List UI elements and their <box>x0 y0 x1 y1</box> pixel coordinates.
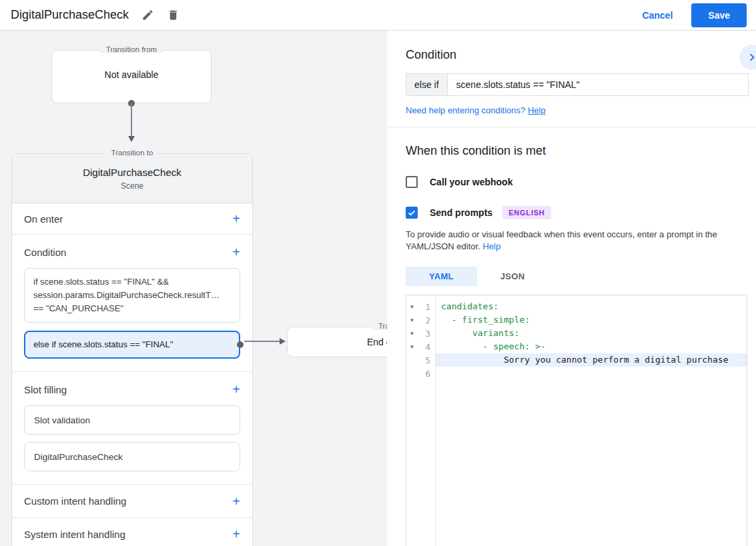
code-line[interactable]: candidates: <box>436 300 747 313</box>
panel-title: Condition <box>406 48 756 62</box>
condition-if-box[interactable]: if scene.slots.status == "FINAL" && sess… <box>24 268 240 323</box>
system-intent-label: System intent handling <box>24 529 125 540</box>
condition-detail-panel: Condition else if Need help entering con… <box>387 31 756 546</box>
fold-arrow-icon[interactable]: ▾ <box>406 317 418 323</box>
slot-filling-section: Slot filling + Slot validation DigitalPu… <box>12 372 252 485</box>
delete-scene-button[interactable] <box>166 9 179 22</box>
edit-title-button[interactable] <box>141 9 154 22</box>
checkmark-icon <box>407 208 416 217</box>
gutter-row: ▾ 1 <box>406 300 435 313</box>
condition-section: Condition + if scene.slots.status == "FI… <box>12 235 252 372</box>
cancel-button[interactable]: Cancel <box>642 10 673 21</box>
line-number: 5 <box>418 355 435 365</box>
condition-else-if-box[interactable]: else if scene.slots.status == "FINAL" <box>24 331 240 359</box>
yaml-code-editor[interactable]: ▾ 1 ▾ 2 ▾ 3 ▾ 4 5 6 <box>406 295 747 546</box>
scene-card: Transition to DigitalPurchaseCheck Scene… <box>11 153 253 546</box>
transition-from-legend: Transition from <box>100 45 163 53</box>
system-intent-row: System intent handling + <box>12 518 252 546</box>
connector-line-horizontal <box>244 341 280 342</box>
prompt-description: To provide audio or visual feedback when… <box>406 229 747 253</box>
end-node-legend: Transition to <box>372 322 387 330</box>
tab-yaml[interactable]: YAML <box>406 267 477 286</box>
code-line[interactable] <box>436 367 747 380</box>
send-prompts-checkbox[interactable] <box>406 207 418 219</box>
slot-scene-box[interactable]: DigitalPurchaseCheck <box>24 442 240 471</box>
save-button[interactable]: Save <box>691 3 747 27</box>
transition-to-legend: Transition to <box>105 149 159 157</box>
custom-intent-label: Custom intent handling <box>24 495 126 507</box>
when-condition-met-heading: When this condition is met <box>406 144 756 158</box>
condition-help-link[interactable]: Help <box>528 105 546 115</box>
slot-filling-section-head: Slot filling + <box>24 381 240 398</box>
pencil-icon <box>141 9 154 21</box>
scene-diagram-canvas: Transition from Not available Transition… <box>0 31 387 546</box>
code-line[interactable]: - speech: >- <box>436 340 747 353</box>
end-node-value: End conversation <box>367 337 387 347</box>
code-line[interactable]: - first_simple: <box>436 313 747 327</box>
prompt-help-link[interactable]: Help <box>482 241 500 251</box>
transition-from-node[interactable]: Transition from Not available <box>51 50 212 103</box>
condition-prefix-label: else if <box>406 73 448 96</box>
on-enter-row: On enter + <box>12 203 252 235</box>
transition-from-value: Not available <box>105 69 159 80</box>
chevron-right-icon <box>745 50 756 65</box>
add-on-enter-button[interactable]: + <box>232 212 240 225</box>
panel-divider <box>387 127 756 127</box>
arrowhead-right-icon <box>280 338 286 345</box>
condition-label: Condition <box>24 247 66 258</box>
collapse-panel-button[interactable] <box>739 45 756 70</box>
line-number: 4 <box>418 342 435 352</box>
condition-section-head: Condition + <box>24 243 240 261</box>
send-prompts-check-row: Send prompts ENGLISH <box>406 206 756 219</box>
slot-validation-box[interactable]: Slot validation <box>24 405 240 435</box>
call-webhook-checkbox[interactable] <box>406 176 418 188</box>
connector-dot <box>237 341 244 348</box>
gutter-row: ▾ 2 <box>406 313 435 327</box>
condition-else-if-text: else if scene.slots.status == "FINAL" <box>33 339 173 349</box>
on-enter-label: On enter <box>24 213 63 225</box>
fold-arrow-icon[interactable]: ▾ <box>406 303 418 310</box>
call-webhook-label: Call your webhook <box>430 177 512 187</box>
condition-help-text: Need help entering conditions? <box>406 105 525 115</box>
send-prompts-label: Send prompts <box>430 207 492 218</box>
add-condition-button[interactable]: + <box>232 245 240 259</box>
fold-arrow-icon[interactable]: ▾ <box>406 330 418 337</box>
code-line-highlighted[interactable]: Sorry you cannot perform a digital purch… <box>436 353 747 367</box>
trash-icon <box>167 9 179 21</box>
end-conversation-node[interactable]: Transition to End conversation <box>287 327 387 357</box>
editor-tabs: YAML JSON <box>406 267 756 286</box>
webhook-check-row: Call your webhook <box>406 176 756 188</box>
line-number: 3 <box>418 329 435 339</box>
line-number: 2 <box>418 315 435 325</box>
editor-code-column[interactable]: candidates: - first_simple: variants: - … <box>435 295 747 546</box>
connector-line-vertical <box>131 103 132 137</box>
condition-help-line: Need help entering conditions? Help <box>406 105 756 115</box>
arrowhead-down-icon <box>128 136 135 142</box>
app-header: DigitalPurchaseCheck Cancel Save <box>0 0 756 31</box>
line-number: 6 <box>418 369 435 379</box>
gutter-row: ▾ 4 <box>406 340 435 353</box>
slot-filling-label: Slot filling <box>24 384 67 395</box>
prompt-description-text: To provide audio or visual feedback when… <box>406 229 717 251</box>
line-number: 1 <box>418 302 435 312</box>
scene-card-header: DigitalPurchaseCheck Scene <box>12 154 252 203</box>
fold-arrow-icon[interactable]: ▾ <box>406 343 418 350</box>
gutter-row: 5 <box>406 353 435 367</box>
custom-intent-row: Custom intent handling + <box>12 485 252 518</box>
editor-gutter: ▾ 1 ▾ 2 ▾ 3 ▾ 4 5 6 <box>406 295 435 546</box>
scene-card-title: DigitalPurchaseCheck <box>83 167 181 178</box>
language-badge: ENGLISH <box>502 206 551 219</box>
code-line[interactable]: variants: <box>436 327 747 340</box>
page-title: DigitalPurchaseCheck <box>11 8 129 22</box>
gutter-row: 6 <box>406 367 435 380</box>
scene-card-subtitle: Scene <box>121 181 143 191</box>
condition-input-row: else if <box>406 73 749 96</box>
add-slot-button[interactable]: + <box>232 383 240 396</box>
add-custom-intent-button[interactable]: + <box>232 495 240 508</box>
gutter-row: ▾ 3 <box>406 327 435 340</box>
tab-json[interactable]: JSON <box>477 267 548 286</box>
add-system-intent-button[interactable]: + <box>232 527 240 541</box>
condition-expression-input[interactable] <box>448 73 749 96</box>
